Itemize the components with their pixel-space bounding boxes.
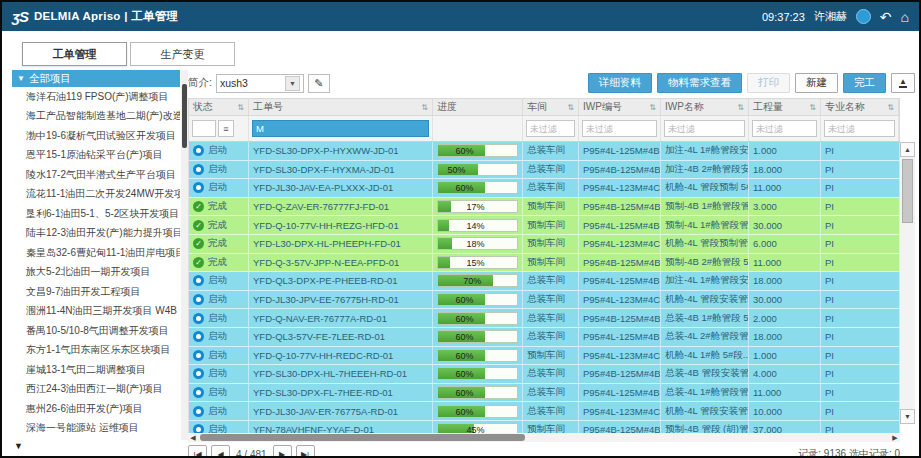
profile-select[interactable]: xush3 ▼ (216, 74, 304, 93)
details-button[interactable]: 详细资料 (588, 73, 652, 93)
column-header-IWP名称[interactable]: IWP名称⇅ (661, 99, 749, 115)
discipline-filter-input[interactable] (824, 120, 895, 137)
sidebar-project-item[interactable]: 渤中19-6凝析气田试验区开发项目 (12, 126, 180, 146)
filter-menu-icon[interactable]: ≡ (218, 120, 234, 137)
print-button[interactable]: 打印 (747, 73, 790, 93)
status-filter-input[interactable] (192, 120, 216, 137)
home-icon[interactable]: ⌂ (901, 10, 909, 24)
progress-label: 15% (467, 257, 485, 269)
sidebar-project-item[interactable]: 恩平15-1原油钻采平台(产)项目 (12, 146, 180, 166)
sidebar-project-item[interactable]: 海洋石油119 FPSO(产)调整项目 (12, 87, 180, 107)
sidebar-project-item[interactable]: 番禺10-5/10-8气田调整开发项目 (12, 321, 180, 341)
hscroll-thumb[interactable] (200, 434, 525, 441)
iwp-number-filter-input[interactable] (582, 120, 657, 137)
iwp-name-cell: 总装-4B 管段安装管理... (661, 365, 749, 384)
status-text: 启动 (208, 405, 227, 418)
tab-work-order-management[interactable]: 工单管理 (22, 42, 127, 66)
status-icon: ✓ (193, 201, 204, 212)
grid-horizontal-scrollbar[interactable]: ◀ ▶ (188, 433, 900, 442)
new-button[interactable]: 新建 (795, 73, 838, 93)
back-undo-icon[interactable]: ↶ (880, 10, 892, 24)
scroll-left-icon[interactable]: ◀ (188, 434, 198, 442)
iwp-name-cell: 加注-4L 1#舱管段安装管理... (661, 142, 749, 161)
complete-button[interactable]: 完工 (843, 73, 886, 93)
table-row[interactable]: ✓ 完成 YFD-Q-10-77V-HH-REZG-HFD-01 14% 预制车… (189, 216, 900, 235)
sidebar-scrollbar[interactable] (181, 70, 188, 440)
prev-page-button[interactable]: ◀ (211, 445, 230, 458)
table-row[interactable]: 启动 YFD-SL30-DPX-FL-7HEE-RD-01 60% 总装车间 P… (189, 384, 900, 403)
sidebar-project-item[interactable]: 陆丰12-3油田开发(产)能力提升项目 (12, 224, 180, 244)
sidebar-project-item[interactable]: 秦皇岛32-6曹妃甸11-1油田岸电项目 (12, 243, 180, 263)
table-row[interactable]: 启动 YFD-SL30-DPX-F-HYXMA-JD-01 50% 总装车间 P… (189, 161, 900, 180)
iwp-name-filter-input[interactable] (664, 120, 745, 137)
table-row[interactable]: 启动 YFD-QL3-57V-FE-7LEE-RD-01 60% 总装车间 P9… (189, 328, 900, 347)
app-title: DELMIA Apriso | 工单管理 (34, 9, 178, 24)
sidebar-project-item[interactable]: 流花11-1油田二次开发24MW开发项目 (12, 185, 180, 205)
table-row[interactable]: ✓ 完成 YFD-Q-ZAV-ER-76777FJ-FD-01 17% 预制车间… (189, 198, 900, 217)
grid-vertical-scrollbar[interactable]: ▲ ▼ (900, 142, 915, 424)
scroll-up-icon[interactable]: ▲ (900, 142, 915, 157)
workshop-filter-input[interactable] (526, 120, 575, 137)
edit-profile-button[interactable]: ✎ (308, 74, 330, 93)
sort-icon[interactable]: ⇅ (567, 103, 574, 112)
sidebar-project-item[interactable]: 海工产品智能制造基地二期(产)改造工... (12, 107, 180, 127)
sort-icon[interactable]: ⇅ (421, 103, 428, 112)
export-button[interactable]: ▲ (891, 73, 915, 93)
material-demand-button[interactable]: 物料需求查看 (657, 73, 742, 93)
iwp-name-cell: 机舱-4L 管段安装管理... (661, 291, 749, 310)
table-row[interactable]: 启动 YFD-Q-10-77V-HH-REDC-RD-01 60% 预制车间 P… (189, 347, 900, 366)
column-header-专业名称[interactable]: 专业名称⇅ (821, 99, 899, 115)
sidebar-project-item[interactable]: 东方1-1气田东南区乐东区块项目 (12, 341, 180, 361)
work-order-filter-input[interactable]: M (252, 120, 429, 137)
column-header-车间[interactable]: 车间⇅ (523, 99, 579, 115)
table-row[interactable]: ✓ 完成 YFD-Q-3-57V-JPP-N-EEA-PFD-01 15% 预制… (189, 254, 900, 273)
workshop-cell: 预制车间 (523, 198, 579, 217)
column-header-进度[interactable]: 进度 (433, 99, 523, 115)
sidebar-project-item[interactable]: 深海一号能源站 运维项目 (12, 419, 180, 439)
sidebar-scroll-thumb[interactable] (182, 84, 187, 148)
table-row[interactable]: 启动 YFD-JL30-JPV-EE-76775H-RD-01 60% 总装车间… (189, 291, 900, 310)
sidebar-root-label: 全部项目 (29, 72, 71, 86)
table-row[interactable]: 启动 YFD-JL30-JAV-ER-76775A-RD-01 60% 总装车间… (189, 402, 900, 421)
sidebar-project-item[interactable]: 涠洲11-4N油田三期开发项目 W4B (12, 302, 180, 322)
table-row[interactable]: 启动 YFD-SL30-DPX-HL-7HEEEH-RD-01 60% 总装车间… (189, 365, 900, 384)
tree-expander-icon[interactable]: ▼ (14, 441, 180, 451)
sidebar-project-item[interactable]: 崖城13-1气田二期调整项目 (12, 360, 180, 380)
sidebar-root-all-projects[interactable]: ▼ 全部项目 (12, 70, 180, 87)
filter-cell (749, 116, 821, 141)
sidebar-project-item[interactable]: 垦利6-1油田5-1、5-2区块开发项目 (12, 204, 180, 224)
column-header-IWP编号[interactable]: IWP编号⇅ (579, 99, 661, 115)
discipline-cell: PI (821, 235, 900, 254)
sort-icon[interactable]: ⇅ (737, 103, 744, 112)
sort-icon[interactable]: ⇅ (649, 103, 656, 112)
progress-bar: 15% (437, 256, 518, 269)
sidebar-project-item[interactable]: 西江24-3油田西江一期(产)项目 (12, 380, 180, 400)
iwp-number-cell: P95#4B-125M#4B-19#... (579, 198, 661, 217)
column-header-工程量[interactable]: 工程量⇅ (749, 99, 821, 115)
sort-icon[interactable]: ⇅ (237, 103, 244, 112)
user-avatar-badge[interactable] (856, 9, 871, 24)
sidebar-project-item[interactable]: 旅大5-2北油田一期开发项目 (12, 263, 180, 283)
sidebar-project-item[interactable]: 文昌9-7油田开发工程项目 (12, 282, 180, 302)
first-page-button[interactable]: |◀ (188, 445, 207, 458)
column-header-工单号[interactable]: 工单号⇅ (249, 99, 433, 115)
quantity-filter-input[interactable] (752, 120, 817, 137)
table-row[interactable]: 启动 YFD-SL30-DPX-P-HYXWW-JD-01 60% 总装车间 P… (189, 142, 900, 161)
vscroll-thumb[interactable] (902, 159, 913, 223)
scroll-right-icon[interactable]: ▶ (890, 434, 900, 442)
scroll-down-icon[interactable]: ▼ (900, 409, 915, 424)
table-row[interactable]: 启动 YFD-Q-NAV-ER-76777A-RD-01 60% 总装车间 P9… (189, 309, 900, 328)
sort-icon[interactable]: ⇅ (887, 103, 894, 112)
table-row[interactable]: 启动 YFD-JL30-JAV-EA-PLXXX-JD-01 60% 总装车间 … (189, 179, 900, 198)
tab-production-change[interactable]: 生产变更 (130, 42, 235, 66)
column-header-状态[interactable]: 状态⇅ (189, 99, 249, 115)
progress-label: 60% (455, 406, 473, 418)
table-row[interactable]: 启动 YFD-QL3-DPX-PE-PHEEB-RD-01 70% 总装车间 P… (189, 272, 900, 291)
last-page-button[interactable]: ▶| (296, 445, 315, 458)
sidebar-project-item[interactable]: 惠州26-6油田开发(产)项目 (12, 399, 180, 419)
next-page-button[interactable]: ▶ (273, 445, 292, 458)
tree-collapse-icon[interactable]: ▼ (17, 74, 25, 83)
sort-icon[interactable]: ⇅ (809, 103, 816, 112)
sidebar-project-item[interactable]: 陵水17-2气田半潜式生产平台项目 (12, 165, 180, 185)
table-row[interactable]: ✓ 完成 YFD-L30-DPX-HL-PHEEPH-FD-01 18% 预制车… (189, 235, 900, 254)
